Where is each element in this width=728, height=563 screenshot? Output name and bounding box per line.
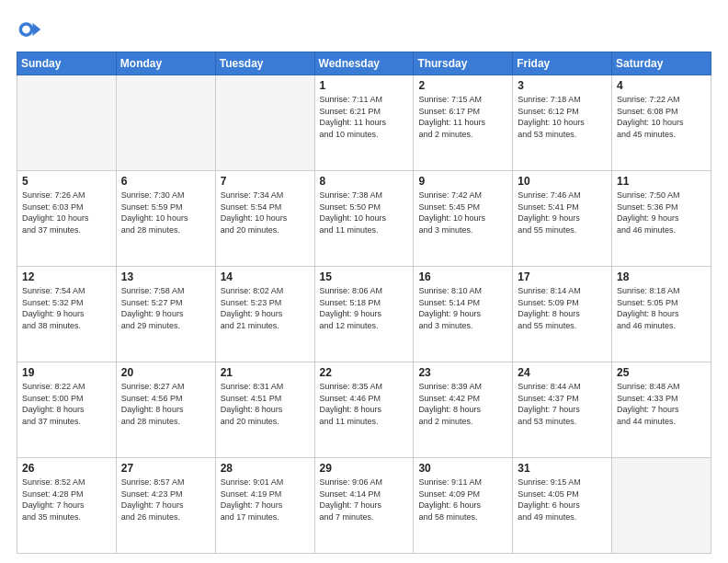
- day-number: 1: [320, 79, 409, 92]
- cell-content: Sunrise: 8:57 AM Sunset: 4:23 PM Dayligh…: [121, 477, 210, 523]
- calendar-header-tuesday: Tuesday: [215, 52, 314, 75]
- page: SundayMondayTuesdayWednesdayThursdayFrid…: [0, 0, 728, 563]
- calendar-header-thursday: Thursday: [414, 52, 513, 75]
- cell-content: Sunrise: 8:18 AM Sunset: 5:05 PM Dayligh…: [617, 285, 706, 331]
- day-number: 17: [518, 270, 607, 283]
- day-number: 25: [617, 366, 706, 379]
- day-number: 13: [121, 270, 210, 283]
- day-number: 8: [320, 175, 409, 188]
- cell-content: Sunrise: 8:48 AM Sunset: 4:33 PM Dayligh…: [617, 381, 706, 427]
- cell-content: Sunrise: 7:11 AM Sunset: 6:21 PM Dayligh…: [320, 94, 409, 140]
- day-number: 3: [518, 79, 607, 92]
- cell-content: Sunrise: 7:46 AM Sunset: 5:41 PM Dayligh…: [518, 190, 607, 236]
- calendar-cell: 14Sunrise: 8:02 AM Sunset: 5:23 PM Dayli…: [215, 267, 314, 362]
- cell-content: Sunrise: 9:15 AM Sunset: 4:05 PM Dayligh…: [518, 477, 607, 523]
- cell-content: Sunrise: 7:42 AM Sunset: 5:45 PM Dayligh…: [418, 190, 507, 236]
- day-number: 29: [320, 462, 409, 475]
- day-number: 31: [518, 462, 607, 475]
- calendar-cell: 22Sunrise: 8:35 AM Sunset: 4:46 PM Dayli…: [314, 362, 414, 458]
- day-number: 21: [221, 366, 310, 379]
- cell-content: Sunrise: 7:50 AM Sunset: 5:36 PM Dayligh…: [617, 190, 706, 236]
- cell-content: Sunrise: 8:52 AM Sunset: 4:28 PM Dayligh…: [22, 477, 111, 523]
- day-number: 9: [418, 175, 507, 188]
- cell-content: Sunrise: 8:44 AM Sunset: 4:37 PM Dayligh…: [518, 381, 607, 427]
- cell-content: Sunrise: 7:22 AM Sunset: 6:08 PM Dayligh…: [617, 94, 706, 140]
- svg-point-2: [22, 26, 30, 34]
- calendar-cell: 6Sunrise: 7:30 AM Sunset: 5:59 PM Daylig…: [116, 171, 215, 267]
- logo: [17, 17, 46, 42]
- calendar-cell: 4Sunrise: 7:22 AM Sunset: 6:08 PM Daylig…: [612, 75, 711, 171]
- cell-content: Sunrise: 7:34 AM Sunset: 5:54 PM Dayligh…: [221, 190, 310, 236]
- calendar-cell: 30Sunrise: 9:11 AM Sunset: 4:09 PM Dayli…: [414, 458, 513, 554]
- calendar-week-2: 5Sunrise: 7:26 AM Sunset: 6:03 PM Daylig…: [17, 171, 711, 267]
- calendar-cell: 7Sunrise: 7:34 AM Sunset: 5:54 PM Daylig…: [215, 171, 314, 267]
- day-number: 19: [22, 366, 111, 379]
- calendar-cell: 13Sunrise: 7:58 AM Sunset: 5:27 PM Dayli…: [116, 267, 215, 362]
- calendar-cell: 2Sunrise: 7:15 AM Sunset: 6:17 PM Daylig…: [414, 75, 513, 171]
- cell-content: Sunrise: 7:30 AM Sunset: 5:59 PM Dayligh…: [121, 190, 210, 236]
- day-number: 10: [518, 175, 607, 188]
- cell-content: Sunrise: 8:02 AM Sunset: 5:23 PM Dayligh…: [221, 285, 310, 331]
- day-number: 12: [22, 270, 111, 283]
- calendar-cell: 16Sunrise: 8:10 AM Sunset: 5:14 PM Dayli…: [414, 267, 513, 362]
- calendar-cell: 24Sunrise: 8:44 AM Sunset: 4:37 PM Dayli…: [513, 362, 612, 458]
- day-number: 6: [121, 175, 210, 188]
- cell-content: Sunrise: 7:58 AM Sunset: 5:27 PM Dayligh…: [121, 285, 210, 331]
- calendar-cell: 27Sunrise: 8:57 AM Sunset: 4:23 PM Dayli…: [116, 458, 215, 554]
- calendar-cell: 1Sunrise: 7:11 AM Sunset: 6:21 PM Daylig…: [314, 75, 414, 171]
- calendar-header-row: SundayMondayTuesdayWednesdayThursdayFrid…: [17, 52, 711, 75]
- day-number: 22: [320, 366, 409, 379]
- calendar-cell: 29Sunrise: 9:06 AM Sunset: 4:14 PM Dayli…: [314, 458, 414, 554]
- calendar-header-saturday: Saturday: [612, 52, 711, 75]
- calendar-cell: [215, 75, 314, 171]
- calendar-cell: 10Sunrise: 7:46 AM Sunset: 5:41 PM Dayli…: [513, 171, 612, 267]
- calendar-cell: [17, 75, 117, 171]
- cell-content: Sunrise: 7:26 AM Sunset: 6:03 PM Dayligh…: [22, 190, 111, 236]
- cell-content: Sunrise: 8:06 AM Sunset: 5:18 PM Dayligh…: [320, 285, 409, 331]
- calendar-cell: 28Sunrise: 9:01 AM Sunset: 4:19 PM Dayli…: [215, 458, 314, 554]
- calendar-week-5: 26Sunrise: 8:52 AM Sunset: 4:28 PM Dayli…: [17, 458, 711, 554]
- calendar-header-wednesday: Wednesday: [314, 52, 414, 75]
- header: [17, 17, 711, 42]
- cell-content: Sunrise: 8:39 AM Sunset: 4:42 PM Dayligh…: [418, 381, 507, 427]
- day-number: 23: [418, 366, 507, 379]
- calendar-cell: 20Sunrise: 8:27 AM Sunset: 4:56 PM Dayli…: [116, 362, 215, 458]
- calendar-cell: 8Sunrise: 7:38 AM Sunset: 5:50 PM Daylig…: [314, 171, 414, 267]
- calendar-cell: 31Sunrise: 9:15 AM Sunset: 4:05 PM Dayli…: [513, 458, 612, 554]
- calendar-header-friday: Friday: [513, 52, 612, 75]
- day-number: 30: [418, 462, 507, 475]
- calendar-cell: 15Sunrise: 8:06 AM Sunset: 5:18 PM Dayli…: [314, 267, 414, 362]
- calendar-cell: 3Sunrise: 7:18 AM Sunset: 6:12 PM Daylig…: [513, 75, 612, 171]
- cell-content: Sunrise: 7:15 AM Sunset: 6:17 PM Dayligh…: [418, 94, 507, 140]
- cell-content: Sunrise: 8:35 AM Sunset: 4:46 PM Dayligh…: [320, 381, 409, 427]
- calendar-cell: 25Sunrise: 8:48 AM Sunset: 4:33 PM Dayli…: [612, 362, 711, 458]
- day-number: 20: [121, 366, 210, 379]
- day-number: 5: [22, 175, 111, 188]
- cell-content: Sunrise: 7:54 AM Sunset: 5:32 PM Dayligh…: [22, 285, 111, 331]
- day-number: 27: [121, 462, 210, 475]
- day-number: 24: [518, 366, 607, 379]
- cell-content: Sunrise: 7:38 AM Sunset: 5:50 PM Dayligh…: [320, 190, 409, 236]
- calendar-cell: [612, 458, 711, 554]
- cell-content: Sunrise: 8:10 AM Sunset: 5:14 PM Dayligh…: [418, 285, 507, 331]
- svg-marker-1: [33, 23, 41, 36]
- calendar-cell: 9Sunrise: 7:42 AM Sunset: 5:45 PM Daylig…: [414, 171, 513, 267]
- day-number: 11: [617, 175, 706, 188]
- day-number: 14: [221, 270, 310, 283]
- calendar-cell: 11Sunrise: 7:50 AM Sunset: 5:36 PM Dayli…: [612, 171, 711, 267]
- calendar-week-4: 19Sunrise: 8:22 AM Sunset: 5:00 PM Dayli…: [17, 362, 711, 458]
- day-number: 15: [320, 270, 409, 283]
- calendar-cell: 26Sunrise: 8:52 AM Sunset: 4:28 PM Dayli…: [17, 458, 117, 554]
- calendar-cell: 5Sunrise: 7:26 AM Sunset: 6:03 PM Daylig…: [17, 171, 117, 267]
- logo-icon: [17, 17, 42, 42]
- calendar-week-1: 1Sunrise: 7:11 AM Sunset: 6:21 PM Daylig…: [17, 75, 711, 171]
- calendar-cell: 12Sunrise: 7:54 AM Sunset: 5:32 PM Dayli…: [17, 267, 117, 362]
- day-number: 4: [617, 79, 706, 92]
- cell-content: Sunrise: 8:14 AM Sunset: 5:09 PM Dayligh…: [518, 285, 607, 331]
- cell-content: Sunrise: 9:06 AM Sunset: 4:14 PM Dayligh…: [320, 477, 409, 523]
- cell-content: Sunrise: 9:11 AM Sunset: 4:09 PM Dayligh…: [418, 477, 507, 523]
- calendar-cell: 17Sunrise: 8:14 AM Sunset: 5:09 PM Dayli…: [513, 267, 612, 362]
- day-number: 18: [617, 270, 706, 283]
- day-number: 16: [418, 270, 507, 283]
- cell-content: Sunrise: 9:01 AM Sunset: 4:19 PM Dayligh…: [221, 477, 310, 523]
